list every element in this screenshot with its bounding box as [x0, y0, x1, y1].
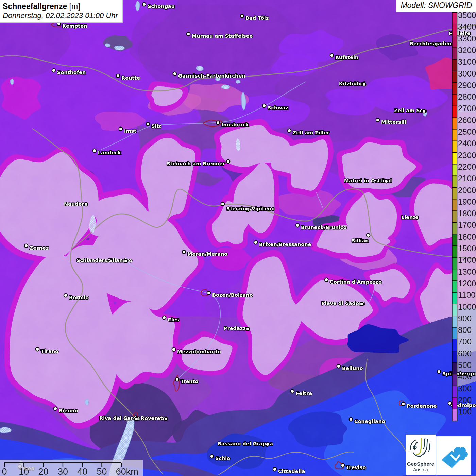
colorbar-tick-2900: 2900	[458, 81, 476, 90]
city-dot	[325, 278, 328, 282]
city-dot	[341, 464, 344, 467]
city-dot	[240, 14, 244, 18]
partner-logo-box	[436, 436, 471, 475]
colorbar-tick-2300: 2300	[458, 151, 476, 160]
city-label: Schio	[215, 456, 230, 461]
colorbar-tick-2600: 2600	[458, 116, 476, 125]
colorbar-tick-1000: 1000	[458, 302, 476, 311]
colorbar-tick-2100: 2100	[458, 174, 476, 183]
colorbar-segment-1700	[452, 222, 457, 234]
city-label: Sonthofen	[57, 70, 86, 75]
city-label: Mezzolombardo	[177, 349, 221, 354]
city-label: Zernez	[30, 245, 49, 251]
city-dot	[226, 160, 230, 163]
colorbar-tick-100: 100	[458, 407, 472, 416]
city-label: Trento	[181, 379, 199, 384]
city-predazzo: Predazzo	[224, 326, 250, 331]
colorbar-tick-3400: 3400	[458, 22, 476, 31]
city-dot	[36, 347, 39, 351]
colorbar-segment-700	[452, 339, 457, 351]
colorbar-segment-900	[452, 316, 457, 327]
city-dot	[422, 109, 426, 113]
colorbar-tick-1600: 1600	[458, 232, 476, 241]
city-dot	[376, 118, 379, 122]
scale-label-10: 10	[19, 466, 29, 476]
city-label: Belluno	[342, 366, 363, 371]
colorbar-segment-1000	[452, 304, 457, 316]
colorbar-segment-2900	[452, 83, 457, 94]
city-meran-merano: Meran/Merano	[182, 250, 228, 257]
colorbar-tick-1700: 1700	[458, 220, 476, 230]
city-label: Treviso	[346, 465, 366, 470]
colorbar-segment-1800	[452, 211, 457, 222]
colorbar-tick-1100: 1100	[458, 290, 476, 300]
colorbar-segment-600	[452, 351, 457, 362]
colorbar-segment-2500	[452, 129, 457, 141]
city-dot	[262, 104, 266, 107]
city-label: Cles	[168, 317, 179, 322]
colorbar-segment-400	[452, 374, 457, 386]
city-label: Innsbruck	[221, 122, 249, 128]
colorbar-segment-2000	[452, 188, 457, 199]
colorbar-tick-2500: 2500	[458, 127, 476, 136]
colorbar-tick-800: 800	[458, 325, 472, 335]
colorbar-segment-2700	[452, 106, 457, 117]
city-label: Kufstein	[335, 55, 358, 60]
city-dot	[362, 83, 366, 86]
city-kitzb-hel: Kitzbühel	[339, 81, 366, 86]
city-label: Bruneck/Brunico	[301, 225, 347, 230]
city-dot	[146, 122, 150, 126]
colorbar-tick-300: 300	[458, 384, 472, 393]
city-dot	[124, 259, 128, 263]
colorbar-tick-400: 400	[458, 372, 472, 381]
city-dot	[385, 180, 388, 183]
city-dot	[182, 250, 186, 254]
colorbar-segment-800	[452, 327, 457, 339]
colorbar-tick-500: 500	[458, 360, 472, 370]
geosphere-logo-subtext: Austria	[413, 467, 428, 472]
colorbar-tick-1500: 1500	[458, 244, 476, 253]
city-label: Sterzing/Vipiteno	[226, 206, 275, 211]
colorbar-tick-1200: 1200	[458, 279, 476, 288]
city-dot	[337, 364, 340, 368]
colorbar-tick-2700: 2700	[458, 104, 476, 113]
scale-label-30: 30	[58, 466, 68, 476]
colorbar-segment-1200	[452, 281, 457, 292]
city-dot	[296, 224, 299, 227]
city-dot	[93, 149, 96, 152]
city-steinach-am-brenner: Steinach am Brenner	[167, 160, 230, 166]
city-dot	[163, 316, 166, 319]
colorbar-tick-2000: 2000	[458, 186, 476, 195]
colorbar-segment-2800	[452, 94, 457, 106]
city-label: Meran/Merano	[187, 251, 227, 257]
colorbar-tick-3200: 3200	[458, 46, 476, 55]
colorbar-tick-2800: 2800	[458, 92, 476, 101]
colorbar-segment-200	[452, 397, 457, 409]
city-label: Schongau	[148, 4, 175, 9]
city-label: Cortina d'Ampezzo	[330, 279, 382, 285]
colorbar-segment-3400	[452, 24, 457, 36]
city-dot	[119, 127, 122, 131]
colorbar-segment-2300	[452, 153, 457, 164]
city-dot	[175, 378, 179, 381]
colorbar-segment-1500	[452, 246, 457, 257]
colorbar-segment-3100	[452, 59, 457, 71]
city-dot	[254, 241, 257, 244]
city-dot	[172, 348, 175, 351]
city-schlanders-silandro: Schlanders/Silandro	[76, 258, 132, 263]
scale-label-20: 20	[38, 466, 49, 476]
colorbar-tick-600: 600	[458, 349, 472, 358]
scale-label-50: 50	[97, 466, 107, 476]
city-label: Nauders	[64, 201, 87, 207]
city-cortina-d-ampezzo: Cortina d'Ampezzo	[325, 278, 382, 285]
city-label: Lienz	[401, 215, 416, 220]
city-schongau: Schongau	[142, 3, 175, 9]
city-dot	[173, 72, 176, 75]
city-conegliano: Conegliano	[349, 418, 385, 424]
city-sonthofen: Sonthofen	[52, 69, 86, 75]
scale-label-60km: 60km	[116, 466, 138, 476]
city-label: Steinach am Brenner	[167, 161, 225, 166]
city-dot	[52, 69, 55, 72]
colorbar-tick-2400: 2400	[458, 139, 476, 148]
city-dot	[448, 402, 452, 405]
